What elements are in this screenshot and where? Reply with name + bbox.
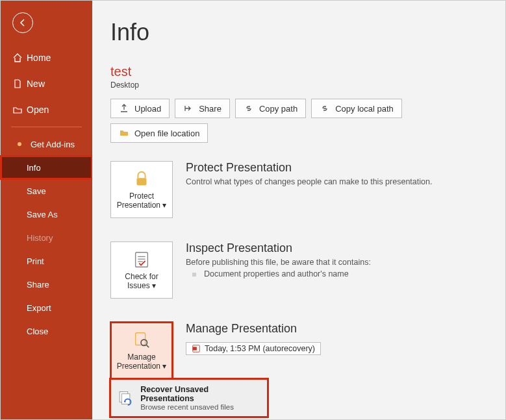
check-for-issues-button[interactable]: Check for Issues ▾ <box>110 241 173 299</box>
arrow-left-icon <box>18 18 28 28</box>
link-icon <box>320 103 330 114</box>
protect-presentation-button[interactable]: Protect Presentation ▾ <box>110 161 173 218</box>
backstage-sidebar: Home New Open Get Add-ins Info Save <box>1 1 92 419</box>
sidebar-item-saveas[interactable]: Save As <box>1 203 92 226</box>
sidebar-item-save[interactable]: Save <box>1 179 92 203</box>
document-name: test <box>110 64 490 79</box>
sidebar-item-share[interactable]: Share <box>1 273 92 296</box>
sidebar-item-label: New <box>27 79 45 89</box>
manage-section: Manage Presentation ▾ Recover Unsaved Pr… <box>110 322 490 379</box>
protect-body: Protect Presentation Control what types … <box>186 161 432 186</box>
check-icon <box>132 250 151 269</box>
chevron-down-icon: ▾ <box>162 201 166 210</box>
button-label: Open file location <box>134 129 199 138</box>
document-location: Desktop <box>110 80 490 90</box>
sidebar-item-info[interactable]: Info <box>1 156 92 179</box>
recover-icon <box>118 389 134 406</box>
svg-rect-0 <box>137 178 147 185</box>
upload-icon <box>119 103 129 114</box>
sidebar-item-label: Home <box>27 53 51 63</box>
link-icon <box>244 103 254 114</box>
upload-button[interactable]: Upload <box>110 99 170 118</box>
manage-dropdown: Manage Presentation ▾ Recover Unsaved Pr… <box>110 322 173 379</box>
folder-icon <box>119 128 129 138</box>
sidebar-item-history: History <box>1 226 92 249</box>
menu-item-subtitle: Browse recent unsaved files <box>140 403 260 411</box>
svg-rect-7 <box>193 347 197 350</box>
page-title: Info <box>110 19 490 46</box>
main-content: Info test Desktop Upload Share Copy path… <box>92 1 505 419</box>
copy-local-path-button[interactable]: Copy local path <box>311 99 402 118</box>
autorecovery-version[interactable]: Today, 1:53 PM (autorecovery) <box>186 342 321 355</box>
document-search-icon <box>132 330 151 350</box>
chevron-down-icon: ▾ <box>152 281 156 290</box>
button-label: Copy path <box>259 104 297 114</box>
sidebar-item-label: Export <box>27 303 51 313</box>
manage-body: Manage Presentation Today, 1:53 PM (auto… <box>186 322 321 355</box>
menu-item-title: Recover Unsaved Presentations <box>140 385 260 403</box>
sidebar-item-label: Close <box>27 327 48 336</box>
manage-presentation-button[interactable]: Manage Presentation ▾ <box>110 322 173 379</box>
sidebar-item-export[interactable]: Export <box>1 296 92 319</box>
button-label: Manage Presentation <box>117 352 160 371</box>
sidebar-item-label: History <box>27 233 53 243</box>
section-heading: Inspect Presentation <box>186 241 371 255</box>
button-label: Copy local path <box>335 104 394 114</box>
app-window: Home New Open Get Add-ins Info Save <box>0 0 506 420</box>
lock-icon <box>132 169 151 189</box>
recover-unsaved-menu-item[interactable]: Recover Unsaved Presentations Browse rec… <box>110 379 268 417</box>
action-bar: Upload Share Copy path Copy local path O… <box>110 99 490 143</box>
issue-item: Document properties and author's name <box>186 269 371 278</box>
sidebar-item-home[interactable]: Home <box>1 45 92 71</box>
chip-label: Today, 1:53 PM (autorecovery) <box>205 344 315 353</box>
sidebar-item-close[interactable]: Close <box>1 319 92 343</box>
sidebar-item-label: Open <box>27 105 49 115</box>
sidebar-item-label: Save As <box>27 210 58 219</box>
button-label: Protect Presentation <box>117 191 160 210</box>
sidebar-item-label: Info <box>27 163 41 173</box>
button-label: Share <box>199 104 221 114</box>
sidebar-item-open[interactable]: Open <box>1 97 92 123</box>
powerpoint-file-icon <box>192 344 201 353</box>
new-icon <box>12 79 23 89</box>
sidebar-item-label: Save <box>27 186 46 196</box>
inspect-section: Check for Issues ▾ Inspect Presentation … <box>110 241 490 299</box>
section-text: Before publishing this file, be aware th… <box>186 258 371 267</box>
addins-badge-icon <box>18 142 21 146</box>
home-icon <box>12 53 23 63</box>
copy-path-button[interactable]: Copy path <box>235 99 306 118</box>
chevron-down-icon: ▾ <box>162 362 166 371</box>
share-icon <box>183 103 194 114</box>
open-icon <box>12 105 23 115</box>
svg-rect-2 <box>136 332 145 345</box>
sidebar-item-label: Get Add-ins <box>31 140 75 149</box>
sidebar-item-addins[interactable]: Get Add-ins <box>1 132 92 156</box>
section-heading: Protect Presentation <box>186 161 432 175</box>
section-heading: Manage Presentation <box>186 322 321 336</box>
share-button[interactable]: Share <box>175 99 230 118</box>
open-file-location-button[interactable]: Open file location <box>110 123 208 143</box>
sidebar-item-new[interactable]: New <box>1 71 92 97</box>
back-button[interactable] <box>12 12 33 33</box>
sidebar-separator <box>11 127 82 127</box>
section-text: Control what types of changes people can… <box>186 177 432 186</box>
inspect-body: Inspect Presentation Before publishing t… <box>186 241 371 278</box>
protect-section: Protect Presentation ▾ Protect Presentat… <box>110 161 490 218</box>
button-label: Upload <box>134 104 161 114</box>
sidebar-item-label: Share <box>27 280 49 290</box>
sidebar-item-print[interactable]: Print <box>1 249 92 273</box>
sidebar-item-label: Print <box>27 256 44 266</box>
